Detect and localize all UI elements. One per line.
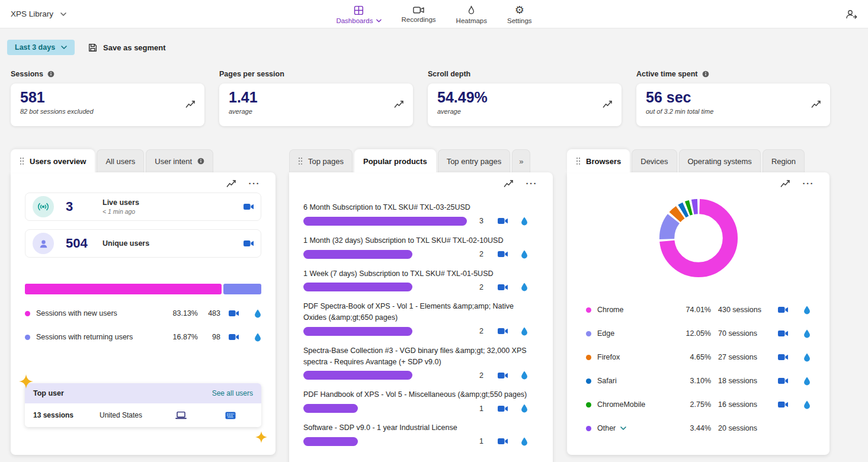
tab-region[interactable]: Region	[763, 149, 805, 172]
nav-dashboards[interactable]: Dashboards	[336, 0, 381, 28]
tab-users-overview[interactable]: Users overview	[11, 149, 95, 172]
tab-label: Devices	[640, 157, 668, 166]
drag-handle-icon[interactable]	[576, 157, 581, 165]
video-recordings-icon[interactable]	[778, 330, 788, 337]
metric-label: Sessions	[11, 70, 43, 78]
more-options-icon[interactable]: ···	[249, 180, 261, 187]
drag-handle-icon[interactable]	[20, 157, 24, 165]
video-recordings-icon[interactable]	[244, 240, 254, 247]
tab-label: Operating systems	[688, 157, 752, 166]
tab-browsers[interactable]: Browsers	[567, 149, 630, 172]
nav-settings[interactable]: ⚙ Settings	[507, 0, 532, 28]
browser-sessions: 430 sessions	[718, 306, 773, 314]
trend-chart-icon[interactable]	[780, 179, 790, 188]
heatmap-icon[interactable]	[521, 327, 528, 336]
users-overview-card: ··· 3 Live users < 1 min ago 504 Unique …	[11, 172, 276, 455]
video-recordings-icon[interactable]	[498, 328, 508, 335]
info-icon[interactable]	[702, 70, 709, 78]
metric-value: 54.49%	[437, 89, 612, 106]
heatmap-icon[interactable]	[254, 309, 261, 318]
tab-label: Top pages	[308, 157, 344, 166]
browsers-donut-chart[interactable]	[654, 194, 743, 283]
tab-label: Popular products	[363, 157, 427, 166]
video-recordings-icon[interactable]	[498, 372, 508, 379]
heatmap-icon[interactable]	[803, 329, 811, 338]
browser-name: Firefox	[597, 353, 620, 361]
bar-track	[303, 217, 467, 226]
heatmap-icon[interactable]	[521, 371, 528, 380]
invite-user-button[interactable]	[845, 9, 857, 19]
video-recordings-icon[interactable]	[229, 333, 239, 341]
heatmap-icon[interactable]	[254, 333, 261, 342]
tab-top-entry-pages[interactable]: Top entry pages	[438, 149, 511, 172]
project-name: XPS Library	[11, 9, 53, 18]
info-icon[interactable]	[47, 70, 55, 78]
see-all-users-link[interactable]: See all users	[212, 389, 253, 397]
more-options-icon[interactable]: ···	[526, 180, 538, 187]
dashboards-icon	[354, 5, 364, 15]
browser-row-edge: Edge 12.05% 70 sessions	[586, 322, 811, 345]
browser-name: Safari	[597, 377, 617, 385]
product-title: PDF Spectra-Book of XPS - Vol 1 - Elemen…	[303, 301, 539, 323]
heatmap-icon[interactable]	[803, 400, 811, 409]
product-row: PDF Handbook of XPS - Vol 5 - Miscellane…	[303, 389, 539, 413]
tab-label: All users	[105, 157, 135, 166]
chevron-down-icon	[61, 46, 67, 49]
chevron-down-icon	[60, 12, 66, 16]
project-selector[interactable]: XPS Library	[11, 9, 66, 18]
video-recordings-icon[interactable]	[778, 401, 788, 408]
tab-operating-systems[interactable]: Operating systems	[679, 149, 761, 172]
video-recordings-icon[interactable]	[778, 377, 788, 384]
tab-user-intent[interactable]: User intent	[146, 149, 213, 172]
video-recordings-icon[interactable]	[498, 251, 508, 258]
trend-chart-icon[interactable]	[226, 179, 236, 188]
browser-sessions: 20 sessions	[718, 424, 773, 432]
top-user-row[interactable]: 13 sessions United States	[25, 403, 261, 427]
drag-handle-icon[interactable]	[298, 157, 303, 165]
heatmap-icon[interactable]	[521, 404, 528, 413]
heatmap-icon[interactable]	[521, 283, 528, 291]
date-range-filter[interactable]: Last 3 days	[7, 40, 75, 55]
browser-row-firefox: Firefox 4.65% 27 sessions	[586, 345, 811, 369]
tab-top-pages[interactable]: Top pages	[289, 149, 353, 172]
video-recordings-icon[interactable]	[778, 306, 788, 313]
nav-recordings[interactable]: Recordings	[401, 0, 435, 28]
widgets-row: Users overview All users User intent ···…	[0, 149, 868, 462]
trend-chart-icon[interactable]	[811, 100, 821, 109]
heatmap-icon[interactable]	[521, 437, 528, 446]
nav-heatmaps[interactable]: Heatmaps	[456, 0, 487, 28]
top-user-box: Top user See all users 13 sessions Unite…	[25, 383, 261, 427]
heatmap-icon[interactable]	[521, 250, 528, 259]
video-recordings-icon[interactable]	[244, 203, 254, 210]
video-recordings-icon[interactable]	[498, 217, 508, 224]
trend-chart-icon[interactable]	[185, 100, 195, 109]
metric-subtitle: average	[437, 108, 612, 115]
save-as-segment-button[interactable]: Save as segment	[88, 43, 166, 53]
tab-all-users[interactable]: All users	[97, 149, 144, 172]
heatmap-icon[interactable]	[803, 377, 811, 386]
metric-value: 1.41	[229, 89, 403, 106]
video-recordings-icon[interactable]	[229, 310, 239, 317]
trend-chart-icon[interactable]	[394, 100, 403, 109]
unique-users-value: 504	[66, 236, 103, 251]
chevron-down-icon[interactable]	[620, 426, 626, 430]
browser-percent: 3.44%	[678, 424, 711, 432]
video-recordings-icon[interactable]	[778, 354, 788, 361]
legend-dot	[586, 378, 591, 384]
video-recordings-icon[interactable]	[498, 438, 508, 445]
video-recordings-icon[interactable]	[498, 284, 508, 291]
more-options-icon[interactable]: ···	[803, 180, 815, 187]
product-count: 2	[474, 283, 483, 291]
heatmap-icon[interactable]	[803, 306, 811, 315]
tab-popular-products[interactable]: Popular products	[354, 149, 436, 172]
trend-chart-icon[interactable]	[603, 100, 612, 109]
trend-chart-icon[interactable]	[504, 179, 513, 188]
heatmap-icon[interactable]	[521, 217, 528, 226]
heatmap-icon[interactable]	[803, 353, 811, 362]
video-recordings-icon[interactable]	[498, 405, 508, 412]
product-title: 1 Month (32 days) Subscription to TXL SK…	[303, 235, 539, 246]
legend-dot	[586, 402, 591, 408]
main-nav: Dashboards Recordings Heatmaps ⚙ Setting…	[336, 0, 531, 28]
tab-devices[interactable]: Devices	[632, 149, 677, 172]
tabs-overflow-button[interactable]: »	[512, 149, 530, 172]
